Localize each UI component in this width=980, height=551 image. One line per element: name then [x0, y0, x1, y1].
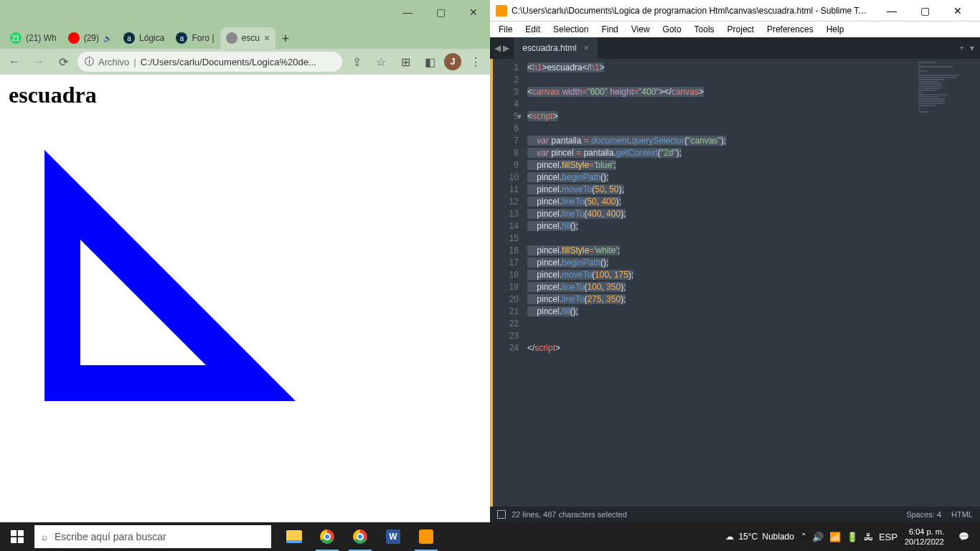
extensions-icon[interactable]: ⊞ — [395, 52, 415, 72]
tab-nav-arrows[interactable]: ◀ ▶ — [490, 37, 514, 59]
tab-favicon — [68, 32, 80, 44]
url-prefix: Archivo — [98, 57, 129, 67]
minimize-button[interactable]: — — [391, 0, 424, 24]
sublime-titlebar: C:\Users\carlu\Documents\Logica de progr… — [490, 0, 980, 22]
start-button[interactable] — [0, 522, 34, 551]
tabs-row: 21 (21) Wh (29) 🔊 a Lógica a Foro | escu… — [0, 24, 490, 49]
notifications-button[interactable]: 💬 — [951, 522, 976, 551]
sidepanel-icon[interactable]: ◧ — [420, 52, 440, 72]
menu-project[interactable]: Project — [722, 23, 760, 36]
tab-favicon: a — [123, 32, 135, 44]
tab-title: Foro | — [192, 33, 214, 43]
menu-icon[interactable]: ⋮ — [466, 52, 486, 72]
weather-widget[interactable]: ☁ 15°C Nublado — [725, 532, 794, 542]
page-title: escuadra — [9, 82, 481, 108]
tray-chevron-icon[interactable]: ˄ — [801, 532, 806, 542]
editor-tab[interactable]: escuadra.html × — [514, 37, 597, 59]
taskbar-search[interactable]: ⌕ Escribe aquí para buscar — [34, 525, 271, 548]
svg-rect-3 — [18, 537, 24, 543]
menu-tools[interactable]: Tools — [689, 23, 720, 36]
bookmark-icon[interactable]: ☆ — [371, 52, 391, 72]
new-tab-icon[interactable]: + — [959, 43, 964, 53]
editor-tab-label: escuadra.html — [522, 43, 576, 53]
weather-cond: Nublado — [762, 532, 794, 542]
minimap[interactable] — [915, 59, 980, 507]
close-button[interactable]: ✕ — [457, 0, 490, 24]
url-text: C:/Users/carlu/Documents/Logica%20de... — [141, 57, 335, 67]
sublime-tabbar: ◀ ▶ escuadra.html × + ▾ — [490, 37, 980, 59]
tab-title: (29) — [84, 33, 99, 43]
app-word[interactable]: W — [377, 522, 409, 551]
tab-dropdown-icon[interactable]: ▾ — [970, 43, 974, 53]
browser-tab-0[interactable]: 21 (21) Wh — [4, 27, 62, 49]
sublime-logo-icon — [496, 5, 507, 17]
menu-preferences[interactable]: Preferences — [761, 23, 819, 36]
st-close-button[interactable]: ✕ — [941, 0, 974, 22]
share-icon[interactable]: ⇪ — [347, 52, 367, 72]
sublime-window: C:\Users\carlu\Documents\Logica de progr… — [490, 0, 980, 522]
code-area[interactable]: <h1>escuadra</h1><canvas width="600" hei… — [524, 59, 980, 507]
search-placeholder: Escribe aquí para buscar — [55, 531, 166, 542]
audio-icon: 🔊 — [103, 34, 112, 42]
tray-battery-icon[interactable]: 🔋 — [847, 532, 858, 542]
chrome-top: — ▢ ✕ 21 (21) Wh (29) 🔊 a Lógica a Foro … — [0, 0, 490, 75]
status-box-icon[interactable] — [497, 510, 506, 519]
chrome-titlebar: — ▢ ✕ — [0, 0, 490, 24]
menu-edit[interactable]: Edit — [519, 23, 546, 36]
profile-avatar[interactable]: J — [444, 53, 461, 70]
sublime-title-text: C:\Users\carlu\Documents\Logica de progr… — [512, 6, 871, 16]
st-maximize-button[interactable]: ▢ — [908, 0, 941, 22]
browser-tab-4[interactable]: escu × — [220, 27, 276, 49]
taskbar-clock[interactable]: 6:04 p. m. 20/12/2022 — [905, 527, 944, 547]
status-bar: 22 lines, 487 characters selected Spaces… — [490, 507, 980, 522]
menu-file[interactable]: File — [493, 23, 518, 36]
menu-find[interactable]: Find — [595, 23, 623, 36]
tray-language[interactable]: ESP — [879, 532, 897, 542]
st-minimize-button[interactable]: — — [875, 0, 908, 22]
search-icon: ⌕ — [42, 531, 47, 542]
tray-wifi-icon[interactable]: 📶 — [829, 532, 841, 542]
tab-title: Lógica — [139, 33, 164, 43]
tab-title: escu — [242, 33, 260, 43]
tab-favicon: a — [176, 32, 187, 44]
svg-rect-1 — [18, 530, 24, 536]
svg-rect-0 — [11, 530, 17, 536]
address-bar: ← → ⟳ ⓘ Archivo | C:/Users/carlu/Documen… — [0, 49, 490, 75]
tray-network-icon[interactable]: 🖧 — [864, 532, 873, 542]
browser-tab-3[interactable]: a Foro | — [170, 27, 220, 49]
clock-date: 20/12/2022 — [905, 537, 944, 547]
taskbar-apps: W — [278, 522, 442, 551]
browser-tab-2[interactable]: a Lógica — [118, 27, 170, 49]
forward-button[interactable]: → — [29, 52, 49, 72]
app-sublime[interactable] — [410, 522, 442, 551]
tab-favicon: 21 — [10, 32, 22, 44]
tray-volume-icon[interactable]: 🔊 — [812, 532, 824, 542]
tab-close-icon[interactable]: × — [264, 32, 270, 44]
maximize-button[interactable]: ▢ — [424, 0, 457, 24]
app-chrome-canary[interactable] — [344, 522, 376, 551]
status-language[interactable]: HTML — [951, 510, 973, 519]
menu-goto[interactable]: Goto — [657, 23, 687, 36]
weather-temp: 15°C — [738, 532, 758, 542]
app-chrome[interactable] — [311, 522, 343, 551]
tab-title: (21) Wh — [26, 33, 57, 43]
clock-time: 6:04 p. m. — [905, 527, 944, 537]
reload-button[interactable]: ⟳ — [53, 52, 73, 72]
url-input[interactable]: ⓘ Archivo | C:/Users/carlu/Documents/Log… — [77, 52, 342, 72]
back-button[interactable]: ← — [4, 52, 24, 72]
menu-help[interactable]: Help — [821, 23, 850, 36]
tab-close-icon[interactable]: × — [584, 43, 589, 53]
file-icon: ⓘ — [85, 55, 94, 68]
browser-tab-1[interactable]: (29) 🔊 — [62, 27, 118, 49]
escuadra-canvas — [9, 114, 439, 401]
page-content: escuadra — [0, 75, 490, 522]
tab-favicon — [226, 32, 237, 44]
new-tab-button[interactable]: + — [275, 29, 296, 49]
system-tray: ☁ 15°C Nublado ˄ 🔊 📶 🔋 🖧 ESP 6:04 p. m. … — [725, 522, 980, 551]
line-gutter: 123456789101112131415161718192021222324▼ — [490, 59, 524, 507]
app-explorer[interactable] — [278, 522, 310, 551]
menu-view[interactable]: View — [626, 23, 656, 36]
chrome-window: — ▢ ✕ 21 (21) Wh (29) 🔊 a Lógica a Foro … — [0, 0, 490, 522]
menu-selection[interactable]: Selection — [547, 23, 594, 36]
status-spaces[interactable]: Spaces: 4 — [906, 510, 941, 519]
